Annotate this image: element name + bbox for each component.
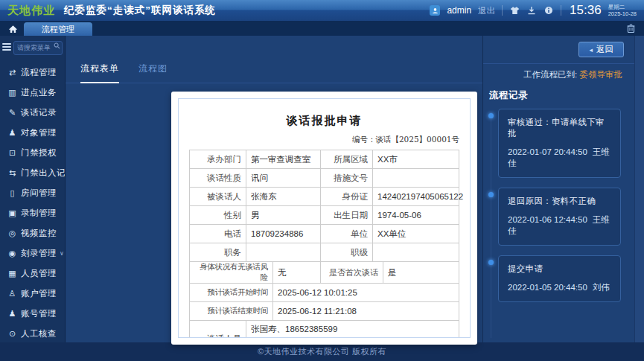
- tab-process-diagram[interactable]: 流程图: [138, 63, 168, 83]
- sidebar-item-label: 门禁授权: [21, 147, 57, 159]
- form-table: 承办部门第一审查调查室所属区域XX市谈话性质讯问措施文号被谈话人张海东身份证14…: [189, 150, 459, 338]
- form-value: [246, 243, 321, 261]
- form-row: 身体状况有无谈话风险无是否首次谈话是: [190, 262, 459, 284]
- form-label: 被谈话人: [190, 188, 246, 205]
- timeline-dot-icon: [488, 113, 494, 118]
- sidebar-item-label: 进点业务: [21, 87, 57, 98]
- form-value: 第一审查调查室: [246, 150, 321, 168]
- timeline-time: 2022-01-07 20:44:50王维佳: [508, 147, 611, 169]
- door-access-auth-icon: ⊡: [7, 148, 18, 158]
- form-row: 性别男出生日期1974-05-06: [190, 206, 459, 225]
- form-label: 性别: [190, 206, 246, 224]
- logout-button[interactable]: 退出: [478, 5, 495, 16]
- timeline-text: 提交申请: [508, 263, 611, 275]
- theme-skin-icon[interactable]: [509, 5, 520, 16]
- form-label: 措施文号: [321, 169, 373, 187]
- form-value: 无: [273, 262, 321, 283]
- timeline-user: 王维佳: [508, 147, 610, 167]
- timeline-text: 退回原因：资料不正确: [508, 196, 611, 207]
- sidebar-item-label: 人员管理: [21, 268, 57, 279]
- form-value: XX市: [373, 150, 459, 168]
- timeline-time: 2022-01-05 20:44:50刘伟: [508, 282, 611, 293]
- divider: [502, 5, 503, 16]
- form-tabs: 流程表单 流程图: [66, 63, 482, 83]
- divider: [561, 5, 561, 16]
- username: admin: [447, 5, 471, 16]
- form-value: 讯问: [246, 169, 321, 187]
- app-header: 天地伟业 纪委监委“走读式”联网谈话系统 admin 退出 15:36 星期二 …: [0, 0, 644, 21]
- form-multi-values: 张国寿、18652385599徐书海、13856985887: [246, 321, 459, 338]
- form-label: 谈话性质: [190, 169, 246, 187]
- clear-tabs-trash-icon[interactable]: [627, 24, 635, 33]
- window-tab-process-management[interactable]: 流程管理: [24, 22, 92, 36]
- form-title: 谈话报批申请: [189, 114, 459, 128]
- timeline-item: 审核通过：申请单线下审批2022-01-07 20:44:50王维佳: [498, 109, 621, 178]
- sidebar-item-label: 谈话记录: [21, 107, 57, 118]
- home-icon[interactable]: [4, 22, 21, 36]
- sidebar-item-door-access-logs[interactable]: ⇆门禁出入记录: [0, 163, 65, 183]
- form-row: 谈话性质讯问措施文号: [190, 169, 459, 188]
- window-tab-bar: 流程管理: [0, 21, 644, 36]
- page-footer: ©天地伟业技术有限公司 版权所有: [0, 342, 644, 361]
- room-management-icon: ▯: [7, 188, 18, 198]
- sidebar-item-disc-burn-management[interactable]: ◉刻录管理∨: [0, 243, 65, 263]
- form-label: 身体状况有无谈话风险: [190, 262, 273, 283]
- form-label: 预计谈话结束时间: [190, 302, 273, 320]
- sidebar-item-label: 账号管理: [21, 308, 57, 319]
- timeline-dot-icon: [488, 192, 494, 197]
- back-button[interactable]: ◂ 返回: [578, 42, 624, 57]
- workflow-panel: ◂ 返回 工作流程已到: 委领导审批 流程记录 审核通过：申请单线下审批2022…: [482, 36, 644, 342]
- form-value: [373, 243, 459, 261]
- sidebar-item-process-management[interactable]: ⇄流程管理: [0, 63, 65, 83]
- sidebar-item-personnel-management[interactable]: ▦人员管理: [0, 263, 65, 284]
- door-access-logs-icon: ⇆: [7, 168, 18, 178]
- workflow-status: 工作流程已到: 委领导审批: [483, 64, 634, 80]
- form-value: 2025-06-12 11:21:08: [273, 302, 459, 320]
- timeline-text: 审核通过：申请单线下审批: [508, 117, 611, 139]
- sidebar-item-label: 门禁出入记录: [21, 167, 65, 179]
- timeline-card: 提交申请2022-01-05 20:44:50刘伟: [498, 255, 621, 302]
- process-records-title: 流程记录: [483, 80, 644, 109]
- form-row: 电话18709234886单位XX单位: [190, 225, 459, 243]
- sidebar-item-label: 账户管理: [21, 288, 57, 299]
- sidebar-item-entry-business[interactable]: ▥进点业务: [0, 83, 65, 103]
- form-label: 电话: [190, 225, 246, 243]
- form-label: 预计谈话开始时间: [190, 284, 273, 301]
- sidebar-item-label: 人工核查: [21, 328, 57, 339]
- form-label: 谈话人员: [190, 321, 246, 338]
- form-value: 18709234886: [246, 225, 321, 243]
- form-number: 编号：谈话【2025】00001号: [189, 135, 459, 145]
- back-arrow-icon: ◂: [589, 46, 593, 54]
- collapse-menu-icon[interactable]: [2, 43, 11, 51]
- sidebar-item-video-monitor[interactable]: ◎视频监控: [0, 223, 65, 243]
- scrollbar[interactable]: [634, 36, 644, 342]
- sidebar-item-door-access-auth[interactable]: ⊡门禁授权: [0, 143, 65, 163]
- sidebar-item-talk-records[interactable]: ✎谈话记录: [0, 103, 65, 123]
- form-value: 张国寿、18652385599: [246, 321, 459, 338]
- sidebar-item-subject-management[interactable]: ♟对象管理: [0, 123, 65, 143]
- workflow-status-value: 委领导审批: [580, 70, 623, 79]
- clock-date: 2025-10-28: [608, 10, 637, 17]
- user-avatar-icon: [430, 5, 440, 16]
- form-value: 是: [383, 262, 459, 283]
- sidebar-item-room-management[interactable]: ▯房间管理: [0, 183, 65, 203]
- disc-burn-management-icon: ◉: [7, 249, 18, 258]
- timeline-time: 2022-01-06 12:44:50王维佳: [508, 214, 611, 237]
- sidebar-item-label: 视频监控: [21, 228, 57, 239]
- download-icon[interactable]: [526, 5, 537, 16]
- sidebar-item-recording-management[interactable]: ▣录制管理: [0, 203, 65, 223]
- sidebar-item-manual-check[interactable]: ⊙人工核查: [0, 324, 65, 343]
- personnel-management-icon: ▦: [7, 269, 18, 278]
- form-label: 职务: [190, 243, 246, 261]
- sidebar-item-account-number-management[interactable]: ♟账号管理: [0, 304, 65, 324]
- form-row: 被谈话人张海东身份证142402197405065122: [190, 188, 459, 206]
- form-value: 1974-05-06: [373, 206, 459, 224]
- tab-process-form[interactable]: 流程表单: [80, 63, 119, 83]
- form-row: 预计谈话开始时间2025-06-12 10:01:25: [190, 284, 459, 302]
- info-icon[interactable]: [543, 5, 554, 16]
- talk-records-icon: ✎: [7, 108, 18, 118]
- sidebar-item-account-management[interactable]: ♙账户管理: [0, 284, 65, 304]
- sidebar-menu: ⇄流程管理▥进点业务✎谈话记录♟对象管理⊡门禁授权⇆门禁出入记录▯房间管理▣录制…: [0, 60, 65, 343]
- sidebar-item-label: 录制管理: [21, 208, 57, 219]
- sidebar-item-label: 流程管理: [21, 67, 57, 78]
